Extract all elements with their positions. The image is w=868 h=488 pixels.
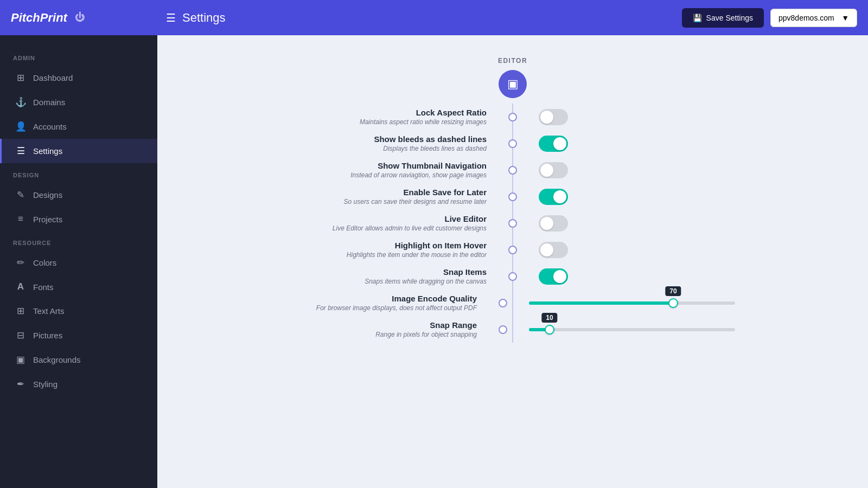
sidebar: ADMIN ⊞ Dashboard ⚓ Domains 👤 Accounts ☰… (0, 35, 157, 488)
setting-row-highlight-hover: Highlight on Item Hover Highlights the i… (290, 236, 735, 263)
setting-left-enable-save: Enable Save for Later So users can save … (290, 188, 508, 206)
slider-thumb[interactable] (545, 325, 554, 335)
design-section-label: DESIGN (0, 163, 157, 183)
setting-right: 70 (507, 301, 735, 305)
sidebar-item-backgrounds[interactable]: ▣ Backgrounds (0, 348, 157, 372)
projects-icon: ≡ (15, 214, 27, 224)
toggle-live-editor[interactable] (539, 215, 568, 232)
sidebar-item-label: Dashboard (33, 73, 73, 82)
setting-dot (508, 166, 517, 175)
setting-title: Enable Save for Later (290, 188, 487, 197)
setting-row-show-thumbnail: Show Thumbnail Navigation Instead of arr… (290, 157, 735, 183)
save-settings-button[interactable]: 💾 Save Settings (682, 8, 764, 28)
setting-dot (499, 325, 507, 334)
power-icon[interactable]: ⏻ (75, 12, 85, 23)
setting-desc: Live Editor allows admin to live edit cu… (290, 224, 487, 232)
accounts-icon: 👤 (15, 121, 27, 132)
editor-icon-circle: ▣ (499, 70, 527, 98)
setting-dot (508, 219, 517, 228)
fonts-icon: A (15, 281, 27, 292)
sidebar-item-pictures[interactable]: ⊟ Pictures (0, 323, 157, 348)
editor-icon: ▣ (507, 77, 519, 91)
main-layout: ADMIN ⊞ Dashboard ⚓ Domains 👤 Accounts ☰… (0, 35, 868, 488)
setting-left-show-thumbnail: Show Thumbnail Navigation Instead of arr… (290, 161, 508, 179)
slider-fill (529, 301, 673, 305)
setting-dot (508, 272, 517, 281)
slider-image-encode-quality[interactable]: 70 (529, 301, 735, 305)
sidebar-item-label: Backgrounds (33, 355, 81, 364)
sidebar-item-colors[interactable]: ✏ Colors (0, 251, 157, 275)
setting-dot (508, 192, 517, 201)
sidebar-item-styling[interactable]: ✒ Styling (0, 372, 157, 396)
editor-label: EDITOR (498, 57, 527, 65)
setting-title: Highlight on Item Hover (290, 241, 487, 250)
setting-title: Live Editor (290, 214, 487, 223)
resource-section-label: RESOURCE (0, 231, 157, 251)
setting-dot (508, 139, 517, 148)
setting-desc: Range in pixels for object snapping (290, 331, 477, 338)
save-icon: 💾 (693, 14, 702, 22)
sidebar-item-label: Pictures (33, 331, 62, 340)
setting-right (517, 109, 735, 125)
slider-tooltip-snap-range: 10 (541, 313, 557, 323)
settings-icon: ☰ (15, 145, 27, 157)
sidebar-item-designs[interactable]: ✎ Designs (0, 183, 157, 207)
setting-left-live-editor: Live Editor Live Editor allows admin to … (290, 214, 508, 232)
logo-text: PitchPrint (11, 11, 67, 25)
page-title: Settings (182, 11, 226, 25)
styling-icon: ✒ (15, 378, 27, 390)
toggle-lock-aspect-ratio[interactable] (539, 109, 568, 125)
settings-list: Lock Aspect Ratio Maintains aspect ratio… (290, 104, 735, 343)
sidebar-item-dashboard[interactable]: ⊞ Dashboard (0, 66, 157, 90)
sidebar-item-projects[interactable]: ≡ Projects (0, 207, 157, 231)
sidebar-item-label: Styling (33, 380, 58, 389)
setting-right (517, 268, 735, 285)
sidebar-item-label: Settings (33, 146, 62, 156)
setting-desc: Instead of arrow naviagtion, show page i… (290, 171, 487, 179)
setting-left-snap-items: Snap Items Snaps items while dragging on… (290, 267, 508, 285)
pictures-icon: ⊟ (15, 330, 27, 341)
setting-title: Snap Items (290, 267, 487, 277)
setting-right (517, 189, 735, 205)
admin-section-label: ADMIN (0, 46, 157, 66)
toggle-enable-save[interactable] (539, 189, 568, 205)
setting-row-enable-save: Enable Save for Later So users can save … (290, 183, 735, 210)
save-label: Save Settings (706, 14, 753, 22)
content-area: EDITOR ▣ Lock Aspect Ratio Maintains asp… (157, 35, 868, 488)
slider-thumb[interactable] (668, 298, 678, 308)
setting-title: Image Encode Quality (290, 294, 477, 303)
toggle-highlight-hover[interactable] (539, 242, 568, 258)
setting-right (517, 215, 735, 232)
setting-desc: So users can save their designs and resu… (290, 198, 487, 206)
colors-icon: ✏ (15, 257, 27, 268)
toggle-snap-items[interactable] (539, 268, 568, 285)
logo: PitchPrint ⏻ (11, 11, 157, 25)
textarts-icon: ⊞ (15, 305, 27, 317)
toggle-show-bleeds[interactable] (539, 136, 568, 152)
sidebar-item-accounts[interactable]: 👤 Accounts (0, 114, 157, 139)
slider-snap-range[interactable]: 10 (529, 328, 735, 331)
sidebar-item-textarts[interactable]: ⊞ Text Arts (0, 299, 157, 323)
setting-title: Show bleeds as dashed lines (290, 134, 487, 144)
setting-desc: Highlights the item under the mouse in t… (290, 251, 487, 259)
setting-desc: Maintains aspect ratio while resizing im… (290, 118, 487, 126)
domain-value: ppv8demos.com (778, 14, 834, 22)
designs-icon: ✎ (15, 189, 27, 201)
sidebar-item-domains[interactable]: ⚓ Domains (0, 90, 157, 114)
slider-track (529, 328, 735, 331)
setting-right (517, 242, 735, 258)
toggle-show-thumbnail[interactable] (539, 162, 568, 178)
sidebar-item-settings[interactable]: ☰ Settings (0, 139, 157, 163)
setting-left-image-encode-quality: Image Encode Quality For browser image d… (290, 294, 499, 312)
setting-left-snap-range: Snap Range Range in pixels for object sn… (290, 320, 499, 338)
sidebar-item-label: Fonts (33, 282, 54, 292)
slider-track (529, 301, 735, 305)
domain-selector[interactable]: ppv8demos.com ▼ (770, 9, 857, 27)
setting-left-highlight-hover: Highlight on Item Hover Highlights the i… (290, 241, 508, 259)
setting-dot (499, 299, 507, 307)
sidebar-item-label: Designs (33, 190, 62, 200)
editor-section-header: EDITOR ▣ (498, 57, 527, 98)
setting-left-show-bleeds: Show bleeds as dashed lines Displays the… (290, 134, 508, 152)
sidebar-item-fonts[interactable]: A Fonts (0, 275, 157, 299)
setting-left-lock-aspect-ratio: Lock Aspect Ratio Maintains aspect ratio… (290, 108, 508, 126)
